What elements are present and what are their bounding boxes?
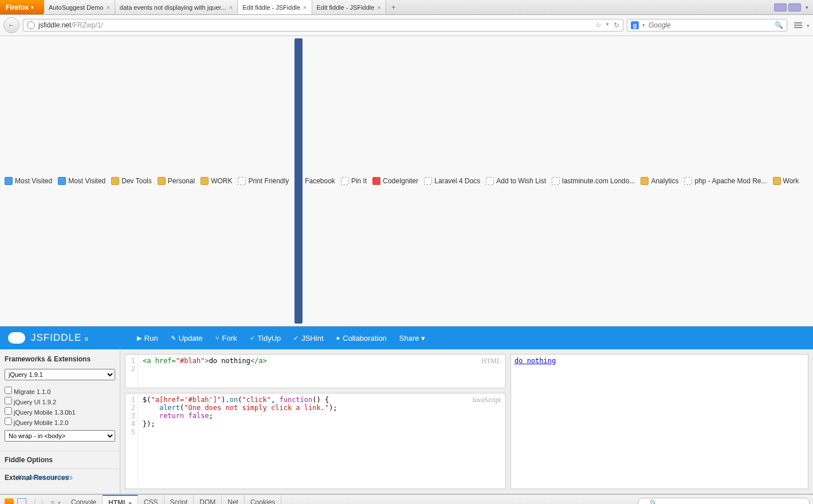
firebug-tab-html[interactable]: HTML xyxy=(103,495,138,504)
run-button[interactable]: ▶Run xyxy=(137,334,158,342)
bookmark-item[interactable]: Dev Tools xyxy=(111,177,151,185)
bookmark-item[interactable]: Analytics xyxy=(641,177,678,185)
extension-checkbox[interactable]: jQuery Mobile 1.2.0 xyxy=(5,418,115,426)
bookmark-icon xyxy=(372,177,380,185)
fiddle-options-heading: Fiddle Options xyxy=(5,456,115,464)
html-panel[interactable]: HTML 12 <a href="#blah">do nothing</a> xyxy=(125,354,506,388)
bookmark-item[interactable]: php - Apache Mod Re... xyxy=(684,177,767,185)
address-bar[interactable]: jsfiddle.net/FRZwp/1/ ☆ ▾ ↻ xyxy=(23,19,623,32)
bookmark-item[interactable]: Work xyxy=(773,177,799,185)
framework-select[interactable]: jQuery 1.9.1 xyxy=(5,369,115,380)
bookmark-item[interactable]: Most Visited xyxy=(5,177,52,185)
bookmark-icon xyxy=(111,177,119,185)
jshint-button[interactable]: ✓JSHint xyxy=(293,334,323,342)
globe-icon xyxy=(27,21,35,29)
bookmark-icon xyxy=(58,177,66,185)
result-panel: do nothing xyxy=(510,354,808,489)
firebug-tab-net[interactable]: Net xyxy=(222,495,245,504)
firefox-menu-button[interactable]: Firefox xyxy=(0,0,44,14)
bookmark-icon xyxy=(5,177,13,185)
new-tab-button[interactable]: + xyxy=(386,0,401,14)
firebug-search-input[interactable] xyxy=(638,498,810,505)
jsfiddle-logo-icon xyxy=(8,332,25,344)
menu-icon[interactable] xyxy=(791,22,806,28)
star-icon[interactable]: ☆ xyxy=(595,21,602,29)
bookmark-item[interactable]: CodeIgniter xyxy=(372,177,418,185)
keyboard-shortcuts-link[interactable]: Keyboard shortcuts xyxy=(18,474,73,481)
browser-tab[interactable]: data events not displaying with jquer...… xyxy=(115,0,238,14)
chevron-down-icon[interactable]: ▾ xyxy=(606,21,609,29)
back-button[interactable]: ← xyxy=(3,17,19,33)
bookmark-icon xyxy=(341,177,349,185)
firebug-tab-script[interactable]: Script xyxy=(164,495,194,504)
extension-checkbox[interactable]: jQuery Mobile 1.3.0b1 xyxy=(5,407,115,416)
inspect-icon[interactable] xyxy=(17,498,26,505)
search-icon[interactable]: 🔍 xyxy=(775,21,783,29)
firebug-tab-cookies[interactable]: Cookies xyxy=(245,495,281,504)
bookmark-icon xyxy=(684,177,692,185)
bookmark-item[interactable]: Pin It xyxy=(341,177,367,185)
update-button[interactable]: ✎Update xyxy=(171,334,203,342)
bookmark-icon xyxy=(294,38,303,324)
close-icon[interactable]: × xyxy=(106,4,109,11)
browser-tab[interactable]: AutoSuggest Demo× xyxy=(44,0,115,14)
browser-tab[interactable]: Edit fiddle - JSFiddle× xyxy=(238,0,312,14)
frameworks-heading: Frameworks & Extensions xyxy=(5,355,115,363)
firebug-icon[interactable] xyxy=(5,498,14,505)
firebug-tab-dom[interactable]: DOM xyxy=(194,495,222,504)
google-icon: g xyxy=(631,21,639,29)
chevron-down-icon[interactable]: ▾ xyxy=(806,5,808,10)
tab-group-icon[interactable] xyxy=(774,3,787,11)
chevron-down-icon[interactable]: ▾ xyxy=(642,22,645,28)
tab-group-icon[interactable] xyxy=(788,3,801,11)
bookmark-item[interactable]: lastminute.com Londo... xyxy=(552,177,635,185)
result-link[interactable]: do nothing xyxy=(513,356,557,366)
firebug-tab-css[interactable]: CSS xyxy=(138,495,164,504)
bookmark-item[interactable]: Laravel 4 Docs xyxy=(424,177,480,185)
bookmark-item[interactable]: Most Visited xyxy=(58,177,105,185)
chevron-down-icon[interactable] xyxy=(807,21,810,29)
bookmark-item[interactable]: Facebook xyxy=(294,38,335,324)
bookmark-item[interactable]: Personal xyxy=(158,177,195,185)
browser-tab[interactable]: Edit fiddle - JSFiddle× xyxy=(312,0,386,14)
bookmarks-toolbar: Most VisitedMost VisitedDev ToolsPersona… xyxy=(0,36,813,326)
bookmark-icon xyxy=(238,177,246,185)
close-icon[interactable]: × xyxy=(377,4,380,11)
bookmark-icon xyxy=(552,177,560,185)
chevron-down-icon[interactable]: ▾ xyxy=(58,500,61,505)
collaboration-button[interactable]: ●Collaboration xyxy=(336,334,387,342)
bookmark-item[interactable]: Print Friendly xyxy=(238,177,289,185)
jsfiddle-toolbar: JSFIDDLE α ▶Run✎Update⑂Fork✓TidyUp✓JSHin… xyxy=(0,326,813,349)
close-icon[interactable]: × xyxy=(303,4,307,11)
jsfiddle-sidebar: Frameworks & Extensions jQuery 1.9.1 Mig… xyxy=(0,349,120,494)
nav-prev-icon[interactable]: 〈 xyxy=(30,498,37,504)
extension-checkbox[interactable]: jQuery UI 1.9.2 xyxy=(5,397,115,405)
bookmark-item[interactable]: WORK xyxy=(201,177,232,185)
jsfiddle-logo-text: JSFIDDLE α xyxy=(31,332,89,344)
close-icon[interactable]: × xyxy=(229,4,233,11)
browser-tabs: AutoSuggest Demo× data events not displa… xyxy=(44,0,769,14)
lines-icon[interactable]: ≡ xyxy=(50,499,54,505)
extension-checkbox[interactable]: Migrate 1.1.0 xyxy=(5,387,115,395)
fork-button[interactable]: ⑂Fork xyxy=(215,334,237,342)
wrap-select[interactable]: No wrap - in <body> xyxy=(5,430,115,442)
javascript-panel[interactable]: JavaScript 12345 $("a[href='#blah']").on… xyxy=(125,393,506,489)
tidyup-button[interactable]: ✓TidyUp xyxy=(250,334,281,342)
search-input[interactable] xyxy=(649,21,771,29)
bookmark-icon xyxy=(424,177,432,185)
bookmark-icon xyxy=(486,177,494,185)
share-button[interactable]: Share ▾ xyxy=(399,334,425,342)
bookmark-icon xyxy=(641,177,649,185)
bookmark-icon xyxy=(158,177,166,185)
firebug-tab-console[interactable]: Console xyxy=(65,495,103,504)
nav-next-icon[interactable]: 〉 xyxy=(40,498,47,504)
reload-icon[interactable]: ↻ xyxy=(614,21,619,29)
bookmark-icon xyxy=(773,177,781,185)
bookmark-icon xyxy=(201,177,209,185)
search-box[interactable]: g ▾ 🔍 xyxy=(627,19,787,32)
bookmark-item[interactable]: Add to Wish List xyxy=(486,177,546,185)
